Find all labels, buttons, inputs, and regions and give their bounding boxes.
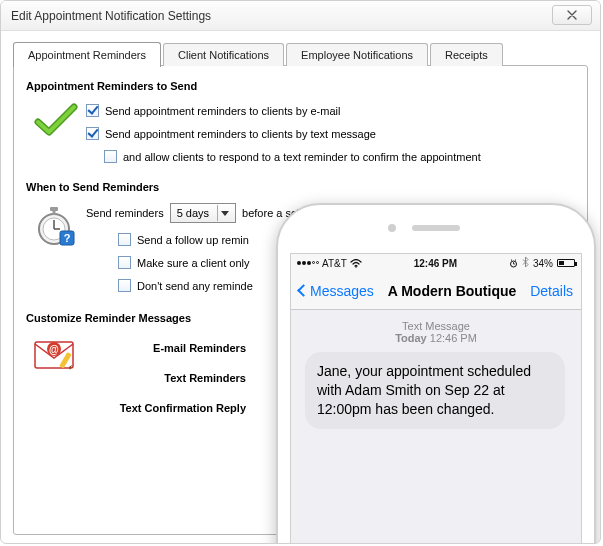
battery-percent: 34% (533, 258, 553, 269)
checkbox-label: and allow clients to respond to a text r… (123, 151, 481, 163)
envelope-edit-icon: @ (33, 334, 79, 372)
icon-col: @ (26, 332, 86, 372)
checkbox-send-email[interactable] (86, 104, 99, 117)
svg-rect-3 (53, 211, 56, 215)
dropdown-reminder-timing[interactable]: 5 days (170, 203, 236, 223)
stopwatch-icon: ? (36, 203, 76, 247)
dialog-window: Edit Appointment Notification Settings A… (0, 0, 601, 544)
svg-point-13 (355, 266, 357, 268)
chevron-down-icon (217, 205, 231, 221)
message-day-label: Today (395, 332, 427, 344)
checkbox-label: Send appointment reminders to clients by… (105, 105, 340, 117)
label-email-reminders: E-mail Reminders (153, 342, 246, 354)
phone-body: AT&T 12:46 PM 34% Messages (276, 203, 596, 544)
battery-icon (557, 259, 575, 267)
conversation-title: A Modern Boutique (388, 283, 517, 299)
checkbox-label: Send a follow up remin (137, 234, 249, 246)
back-label: Messages (310, 283, 374, 299)
label-text-confirmation-reply: Text Confirmation Reply (120, 402, 246, 414)
checkbox-send-text[interactable] (86, 127, 99, 140)
section-title-reminders-to-send: Appointment Reminders to Send (26, 80, 575, 92)
tab-client-notifications[interactable]: Client Notifications (163, 43, 284, 66)
window-title: Edit Appointment Notification Settings (11, 9, 211, 23)
section-reminders-to-send: Send appointment reminders to clients by… (26, 100, 575, 173)
svg-text:?: ? (64, 232, 71, 244)
checkbox-client-only[interactable] (118, 256, 131, 269)
chevron-left-icon (297, 284, 310, 297)
label-text-reminders: Text Reminders (164, 372, 246, 384)
options-col: Send appointment reminders to clients by… (86, 100, 575, 173)
svg-rect-2 (50, 207, 58, 211)
tab-label: Receipts (445, 49, 488, 61)
bluetooth-icon (522, 257, 529, 269)
tab-employee-notifications[interactable]: Employee Notifications (286, 43, 428, 66)
details-button[interactable]: Details (530, 283, 573, 299)
alarm-icon (509, 259, 518, 268)
message-bubble: Jane, your appointment scheduled with Ad… (305, 352, 565, 429)
phone-speaker-icon (412, 225, 460, 231)
message-meta: Text Message Today 12:46 PM (291, 320, 581, 344)
checkbox-no-reminders[interactable] (118, 279, 131, 292)
messages-navbar: Messages A Modern Boutique Details (291, 272, 581, 310)
close-icon (565, 10, 579, 20)
icon-col (26, 100, 86, 138)
titlebar: Edit Appointment Notification Settings (1, 1, 600, 31)
checkbox-label: Don't send any reminde (137, 280, 253, 292)
checkbox-allow-reply[interactable] (104, 150, 117, 163)
message-time-label: 12:46 PM (430, 332, 477, 344)
icon-col: ? (26, 201, 86, 247)
back-button[interactable]: Messages (299, 283, 374, 299)
checkbox-followup[interactable] (118, 233, 131, 246)
phone-camera-icon (388, 224, 396, 232)
dropdown-value: 5 days (177, 207, 209, 219)
status-bar: AT&T 12:46 PM 34% (291, 254, 581, 272)
phone-screen: AT&T 12:46 PM 34% Messages (290, 253, 582, 544)
tab-strip: Appointment Reminders Client Notificatio… (13, 41, 588, 66)
wifi-icon (350, 259, 362, 268)
tab-label: Client Notifications (178, 49, 269, 61)
checkmark-icon (34, 102, 78, 138)
tab-appointment-reminders[interactable]: Appointment Reminders (13, 42, 161, 67)
tab-label: Appointment Reminders (28, 49, 146, 61)
message-type-label: Text Message (291, 320, 581, 332)
section-title-when-to-send: When to Send Reminders (26, 181, 575, 193)
carrier-label: AT&T (322, 258, 347, 269)
label-send-reminders-pre: Send reminders (86, 207, 164, 219)
tab-receipts[interactable]: Receipts (430, 43, 503, 66)
phone-preview: AT&T 12:46 PM 34% Messages (276, 203, 601, 544)
svg-text:@: @ (49, 344, 59, 355)
checkbox-label: Send appointment reminders to clients by… (105, 128, 376, 140)
svg-line-18 (515, 259, 516, 260)
checkbox-label: Make sure a client only (137, 257, 250, 269)
signal-dots-icon (297, 261, 319, 265)
status-time: 12:46 PM (414, 258, 457, 269)
svg-line-17 (511, 259, 512, 260)
tab-label: Employee Notifications (301, 49, 413, 61)
close-button[interactable] (552, 5, 592, 25)
